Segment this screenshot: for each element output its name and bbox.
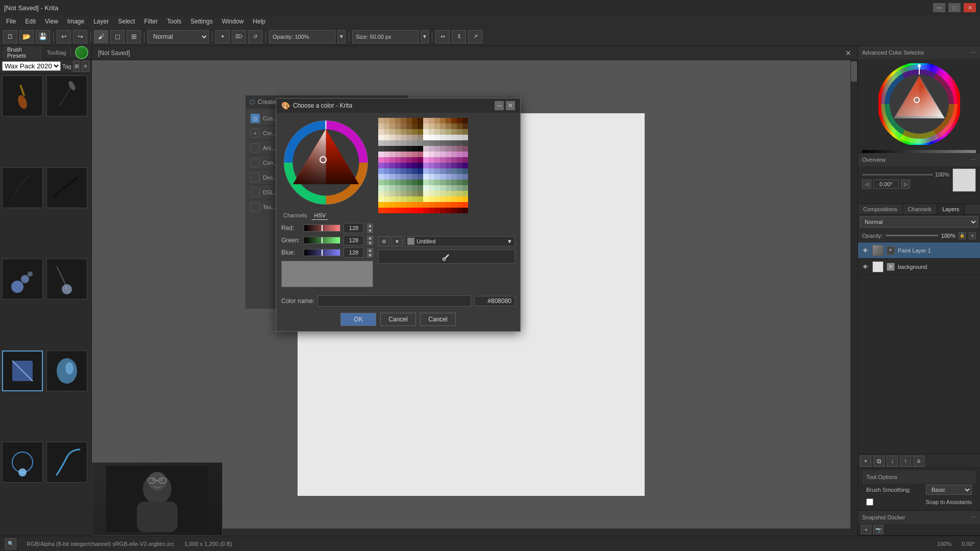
- brush-item[interactable]: [46, 259, 87, 299]
- palette-cell[interactable]: [406, 123, 412, 129]
- palette-cell[interactable]: [434, 185, 440, 191]
- brush-tool-button[interactable]: 🖌: [94, 30, 108, 43]
- maximize-button[interactable]: □: [948, 3, 961, 12]
- palette-cell[interactable]: [451, 180, 457, 185]
- palette-cell[interactable]: [412, 157, 418, 163]
- green-value[interactable]: [344, 235, 364, 245]
- palette-cell[interactable]: [384, 185, 389, 191]
- brush-item[interactable]: [2, 167, 43, 208]
- palette-cell[interactable]: [395, 146, 401, 152]
- green-slider[interactable]: [304, 237, 340, 244]
- palette-cell[interactable]: [446, 180, 451, 185]
- palette-cell[interactable]: [418, 146, 423, 152]
- palette-cell[interactable]: [418, 163, 423, 168]
- palette-cell[interactable]: [412, 146, 418, 152]
- palette-cell[interactable]: [457, 157, 462, 163]
- layer-eye-bg[interactable]: 👁: [861, 263, 869, 271]
- palette-cell[interactable]: [378, 180, 384, 185]
- palette-cell[interactable]: [440, 196, 446, 202]
- palette-cell[interactable]: [395, 163, 401, 168]
- palette-cell[interactable]: [446, 196, 451, 202]
- menu-item-view[interactable]: View: [41, 17, 62, 26]
- palette-cell[interactable]: [423, 123, 429, 129]
- palette-cell[interactable]: [423, 196, 429, 202]
- palette-cell[interactable]: [423, 163, 429, 168]
- palette-cell[interactable]: [440, 152, 446, 157]
- palette-cell[interactable]: [451, 163, 457, 168]
- palette-cell[interactable]: [446, 185, 451, 191]
- palette-cell[interactable]: [440, 208, 446, 213]
- palette-settings-btn[interactable]: ⚙: [378, 236, 389, 246]
- palette-cell[interactable]: [378, 140, 384, 146]
- menu-item-select[interactable]: Select: [114, 17, 139, 26]
- palette-cell[interactable]: [384, 191, 389, 196]
- palette-cell[interactable]: [412, 135, 418, 140]
- minimize-button[interactable]: ─: [933, 3, 945, 12]
- palette-cell[interactable]: [446, 168, 451, 174]
- more-options-btn[interactable]: ≡: [913, 456, 924, 467]
- palette-cell[interactable]: [462, 174, 468, 180]
- mirror-v-button[interactable]: ⇕: [452, 30, 466, 43]
- palette-cell[interactable]: [451, 135, 457, 140]
- palette-cell[interactable]: [418, 208, 423, 213]
- eraser-button[interactable]: ◻: [110, 30, 125, 43]
- brush-item[interactable]: [2, 350, 43, 391]
- palette-cell[interactable]: [434, 146, 440, 152]
- palette-cell[interactable]: [395, 208, 401, 213]
- palette-cell[interactable]: [401, 152, 406, 157]
- palette-cell[interactable]: [389, 180, 395, 185]
- palette-cell[interactable]: [384, 174, 389, 180]
- palette-cell[interactable]: [446, 152, 451, 157]
- palette-cell[interactable]: [451, 202, 457, 208]
- hsv-wheel[interactable]: [281, 118, 371, 207]
- menu-item-edit[interactable]: Edit: [21, 17, 40, 26]
- open-button[interactable]: 📂: [19, 30, 34, 43]
- palette-cell[interactable]: [401, 140, 406, 146]
- palette-cell[interactable]: [451, 152, 457, 157]
- green-spin-down[interactable]: ▼: [367, 241, 373, 245]
- menu-item-image[interactable]: Image: [63, 17, 88, 26]
- palette-cell[interactable]: [406, 191, 412, 196]
- palette-cell[interactable]: [384, 180, 389, 185]
- palette-cell[interactable]: [429, 135, 434, 140]
- palette-cell[interactable]: [434, 157, 440, 163]
- palette-cell[interactable]: [429, 180, 434, 185]
- wrap-button[interactable]: ↗: [468, 30, 482, 43]
- palette-cell[interactable]: [462, 146, 468, 152]
- tab-channels[interactable]: Channels: [281, 211, 309, 220]
- palette-cell[interactable]: [446, 118, 451, 123]
- palette-cell[interactable]: [440, 180, 446, 185]
- palette-cell[interactable]: [451, 140, 457, 146]
- search-btn[interactable]: 🔍: [5, 538, 16, 549]
- palette-cell[interactable]: [389, 168, 395, 174]
- palette-cell[interactable]: [418, 191, 423, 196]
- palette-cell[interactable]: [429, 129, 434, 135]
- palette-cell[interactable]: [412, 152, 418, 157]
- palette-cell[interactable]: [412, 185, 418, 191]
- snap-checkbox[interactable]: [866, 498, 873, 506]
- palette-cell[interactable]: [440, 157, 446, 163]
- tab-toolbag[interactable]: Toolbag: [42, 48, 71, 57]
- palette-cell[interactable]: [429, 123, 434, 129]
- palette-cell[interactable]: [434, 152, 440, 157]
- opacity-arrow[interactable]: ▼: [337, 30, 346, 43]
- palette-cell[interactable]: [406, 180, 412, 185]
- palette-cell[interactable]: [423, 135, 429, 140]
- palette-cell[interactable]: [423, 191, 429, 196]
- palette-cell[interactable]: [457, 202, 462, 208]
- palette-cell[interactable]: [395, 140, 401, 146]
- palette-cell[interactable]: [384, 208, 389, 213]
- mirror-h-button[interactable]: ⇔: [435, 30, 450, 43]
- palette-cell[interactable]: [412, 174, 418, 180]
- palette-cell[interactable]: [434, 135, 440, 140]
- palette-cell[interactable]: [389, 146, 395, 152]
- brush-list-btn[interactable]: ≡: [82, 61, 89, 72]
- snapshot-add-btn[interactable]: +: [861, 525, 871, 534]
- eyedropper-bar[interactable]: [378, 249, 515, 264]
- palette-cell[interactable]: [378, 196, 384, 202]
- palette-cell[interactable]: [389, 196, 395, 202]
- palette-cell[interactable]: [384, 196, 389, 202]
- palette-cell[interactable]: [412, 196, 418, 202]
- brush-item[interactable]: [2, 259, 43, 299]
- blend-mode-dropdown[interactable]: Normal: [148, 30, 209, 43]
